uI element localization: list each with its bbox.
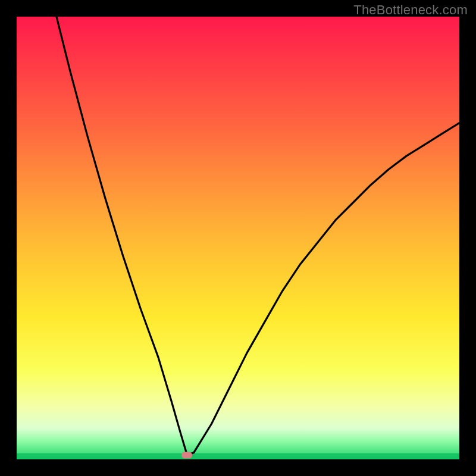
bottleneck-curve <box>17 17 459 459</box>
optimal-point-marker <box>181 452 192 458</box>
plot-area <box>17 17 459 459</box>
watermark-text: TheBottleneck.com <box>353 2 468 18</box>
chart-stage: TheBottleneck.com <box>0 0 476 476</box>
